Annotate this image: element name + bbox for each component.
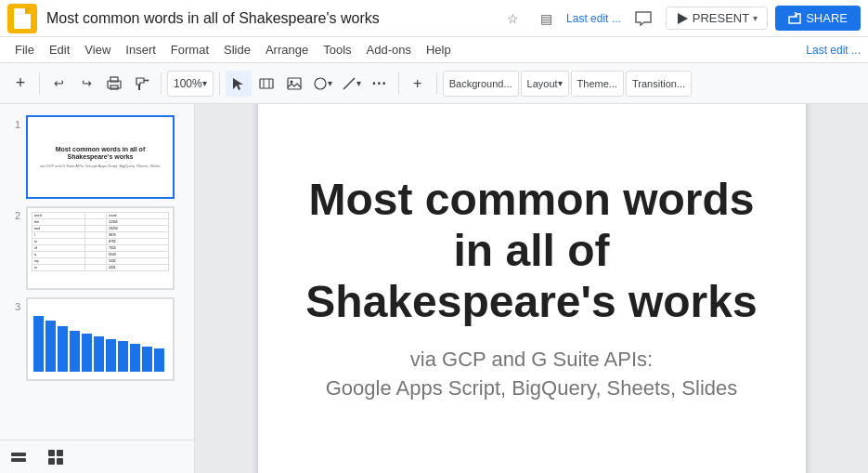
separator-2	[161, 72, 162, 95]
textbox-icon	[259, 76, 274, 91]
text-box-button[interactable]	[253, 71, 279, 97]
slide-panel: 1 Most common words in all of Shakespear…	[0, 104, 195, 473]
svg-marker-6	[233, 78, 243, 90]
menu-view[interactable]: View	[77, 41, 118, 59]
layout-button[interactable]: Layout ▾	[521, 71, 569, 97]
thumb1-subtitle: via GCP and G Suite APIs: Google Apps Sc…	[40, 164, 160, 168]
app-icon	[7, 4, 37, 33]
line-icon	[342, 76, 356, 91]
thumb3-chart	[28, 299, 173, 375]
menu-help[interactable]: Help	[419, 41, 459, 59]
title-bar: Most common words in all of Shakespeare'…	[0, 0, 868, 37]
print-icon	[107, 76, 122, 91]
svg-rect-10	[288, 78, 301, 89]
slide-thumbnail-2[interactable]: wordcount the12345 and10234 I9876 to8765…	[26, 206, 175, 290]
present-button[interactable]: PRESENT ▾	[666, 7, 768, 30]
menu-edit[interactable]: Edit	[42, 41, 77, 59]
more-tools-button[interactable]: ⋯	[367, 71, 393, 97]
present-chevron: ▾	[753, 13, 758, 23]
star-icon[interactable]: ☆	[499, 6, 525, 32]
subtitle-line2: Google Apps Script, BigQuery, Sheets, Sl…	[326, 376, 738, 400]
background-button[interactable]: Background...	[443, 71, 519, 97]
comments-button[interactable]	[628, 4, 658, 33]
share-button[interactable]: SHARE	[775, 6, 861, 31]
subtitle-line1: via GCP and G Suite APIs:	[410, 348, 653, 371]
grid-view-icon	[47, 449, 64, 466]
title-icons: ☆ ▤ Last edit ... PRESENT ▾ SHARE	[499, 4, 861, 33]
separator-1	[39, 72, 40, 95]
menu-format[interactable]: Format	[163, 41, 216, 59]
slide-number-3: 3	[7, 301, 20, 312]
layout-chevron: ▾	[558, 78, 563, 88]
print-button[interactable]	[101, 71, 127, 97]
svg-point-11	[290, 80, 292, 83]
layout-label: Layout	[527, 78, 558, 89]
slide-main-title[interactable]: Most common words in all of Shakespeare'…	[295, 174, 769, 328]
thumb1-title: Most common words in all of Shakespeare'…	[33, 146, 167, 162]
last-edit-link[interactable]: Last edit ...	[566, 12, 621, 25]
separator-5	[436, 72, 437, 95]
grid-view-button[interactable]	[37, 440, 74, 474]
redo-button[interactable]	[73, 71, 99, 97]
cursor-icon	[231, 76, 246, 91]
menu-addons[interactable]: Add-ons	[359, 41, 419, 59]
transition-button[interactable]: Transition...	[626, 71, 692, 97]
background-label: Background...	[449, 78, 512, 89]
theme-label: Theme...	[577, 78, 617, 89]
slide-item-2[interactable]: 2 wordcount the12345 and10234 I9876 to87…	[0, 203, 194, 294]
zoom-button[interactable]: 100% ▾	[167, 71, 214, 97]
transition-label: Transition...	[632, 78, 685, 89]
menu-tools[interactable]: Tools	[316, 41, 358, 59]
svg-rect-15	[11, 458, 26, 462]
canvas-area[interactable]: Most common words in all of Shakespeare'…	[195, 104, 868, 473]
svg-rect-3	[110, 85, 118, 89]
slide-item-1[interactable]: 1 Most common words in all of Shakespear…	[0, 112, 194, 203]
slide-canvas[interactable]: Most common words in all of Shakespeare'…	[258, 104, 806, 473]
select-tool-button[interactable]	[226, 71, 252, 97]
svg-marker-0	[678, 13, 688, 24]
undo-button[interactable]	[45, 71, 71, 97]
svg-point-12	[315, 78, 326, 89]
slide-number-1: 1	[7, 119, 20, 130]
image-icon	[287, 76, 302, 91]
toolbar: + 100% ▾ ▾ ▾ ⋯ + Background...	[0, 63, 868, 104]
slide-item-3[interactable]: 3	[0, 294, 194, 385]
list-view-button[interactable]	[0, 440, 37, 474]
paint-format-button[interactable]	[129, 71, 155, 97]
svg-rect-16	[48, 450, 55, 456]
undo-icon	[54, 76, 64, 90]
svg-rect-18	[48, 458, 55, 465]
doc-title[interactable]: Most common words in all of Shakespeare'…	[46, 10, 499, 27]
menu-slide[interactable]: Slide	[216, 41, 258, 59]
line-button[interactable]: ▾	[338, 71, 365, 97]
more-icon: ⋯	[371, 74, 387, 92]
zoom-chevron: ▾	[202, 78, 207, 88]
slide-thumbnail-1[interactable]: Most common words in all of Shakespeare'…	[26, 115, 175, 199]
shapes-chevron: ▾	[328, 78, 332, 88]
svg-rect-19	[57, 458, 63, 465]
shapes-button[interactable]: ▾	[309, 71, 336, 97]
svg-rect-17	[57, 450, 63, 456]
redo-icon	[82, 76, 92, 90]
slide-subtitle: via GCP and G Suite APIs: Google Apps Sc…	[326, 346, 738, 403]
svg-rect-7	[260, 79, 273, 88]
list-view-icon	[10, 449, 27, 466]
insert-plus-icon: +	[413, 75, 421, 92]
folder-icon[interactable]: ▤	[533, 6, 559, 32]
thumb2-table: wordcount the12345 and10234 I9876 to8765…	[32, 212, 169, 271]
menu-insert[interactable]: Insert	[118, 41, 163, 59]
svg-rect-14	[11, 453, 26, 456]
line-chevron: ▾	[356, 78, 361, 88]
main-area: 1 Most common words in all of Shakespear…	[0, 104, 868, 473]
separator-4	[398, 72, 399, 95]
last-edit-menu[interactable]: Last edit ...	[806, 44, 861, 57]
bottom-nav	[0, 440, 195, 473]
menu-arrange[interactable]: Arrange	[258, 41, 316, 59]
shapes-icon	[313, 76, 328, 91]
add-slide-button[interactable]: +	[7, 71, 33, 97]
slide-thumbnail-3[interactable]	[26, 297, 175, 381]
image-button[interactable]	[281, 71, 307, 97]
menu-file[interactable]: File	[7, 41, 42, 59]
theme-button[interactable]: Theme...	[571, 71, 624, 97]
insert-comment-button[interactable]: +	[405, 71, 431, 97]
